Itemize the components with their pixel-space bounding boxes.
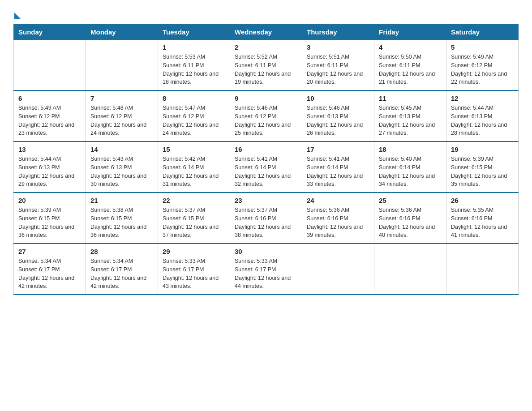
calendar-cell: 18Sunrise: 5:40 AMSunset: 6:14 PMDayligh…: [374, 141, 446, 193]
calendar-cell: 3Sunrise: 5:51 AMSunset: 6:11 PMDaylight…: [302, 40, 374, 91]
day-number: 4: [379, 43, 442, 51]
day-info: Sunrise: 5:34 AMSunset: 6:17 PMDaylight:…: [18, 257, 81, 291]
calendar-cell: 7Sunrise: 5:48 AMSunset: 6:12 PMDaylight…: [86, 90, 158, 141]
day-info: Sunrise: 5:52 AMSunset: 6:11 PMDaylight:…: [235, 53, 297, 86]
logo: [13, 9, 21, 16]
day-number: 1: [163, 43, 225, 51]
day-number: 13: [18, 146, 81, 153]
day-number: 10: [307, 94, 369, 102]
day-number: 24: [307, 197, 369, 204]
calendar-cell: 1Sunrise: 5:53 AMSunset: 6:11 PMDaylight…: [158, 40, 230, 91]
day-info: Sunrise: 5:35 AMSunset: 6:16 PMDaylight:…: [451, 206, 514, 240]
day-info: Sunrise: 5:49 AMSunset: 6:12 PMDaylight:…: [451, 53, 514, 86]
calendar-cell: 17Sunrise: 5:41 AMSunset: 6:14 PMDayligh…: [302, 141, 374, 193]
calendar-cell: 9Sunrise: 5:46 AMSunset: 6:12 PMDaylight…: [230, 90, 302, 141]
day-info: Sunrise: 5:49 AMSunset: 6:12 PMDaylight:…: [18, 104, 81, 137]
day-info: Sunrise: 5:48 AMSunset: 6:12 PMDaylight:…: [90, 104, 153, 137]
calendar-week-row: 20Sunrise: 5:39 AMSunset: 6:15 PMDayligh…: [14, 193, 519, 244]
calendar-cell: 20Sunrise: 5:39 AMSunset: 6:15 PMDayligh…: [14, 193, 86, 244]
day-number: 23: [235, 197, 297, 204]
day-number: 28: [90, 248, 153, 255]
day-info: Sunrise: 5:36 AMSunset: 6:16 PMDaylight:…: [379, 206, 442, 240]
day-number: 3: [307, 43, 369, 51]
calendar-cell: 30Sunrise: 5:33 AMSunset: 6:17 PMDayligh…: [230, 244, 302, 295]
calendar-cell: 15Sunrise: 5:42 AMSunset: 6:14 PMDayligh…: [158, 141, 230, 193]
day-info: Sunrise: 5:46 AMSunset: 6:13 PMDaylight:…: [307, 104, 369, 137]
day-info: Sunrise: 5:44 AMSunset: 6:13 PMDaylight:…: [451, 104, 514, 137]
column-header-sunday: Sunday: [14, 25, 86, 40]
calendar-week-row: 1Sunrise: 5:53 AMSunset: 6:11 PMDaylight…: [14, 40, 519, 91]
calendar-cell: 11Sunrise: 5:45 AMSunset: 6:13 PMDayligh…: [374, 90, 446, 141]
calendar-week-row: 27Sunrise: 5:34 AMSunset: 6:17 PMDayligh…: [14, 244, 519, 295]
calendar-cell: 21Sunrise: 5:38 AMSunset: 6:15 PMDayligh…: [86, 193, 158, 244]
day-info: Sunrise: 5:47 AMSunset: 6:12 PMDaylight:…: [163, 104, 225, 137]
calendar-cell: 16Sunrise: 5:41 AMSunset: 6:14 PMDayligh…: [230, 141, 302, 193]
day-number: 20: [18, 197, 81, 204]
day-info: Sunrise: 5:39 AMSunset: 6:15 PMDaylight:…: [18, 206, 81, 240]
day-info: Sunrise: 5:37 AMSunset: 6:15 PMDaylight:…: [163, 206, 225, 240]
day-info: Sunrise: 5:33 AMSunset: 6:17 PMDaylight:…: [235, 257, 297, 291]
day-number: 18: [379, 146, 442, 153]
column-header-wednesday: Wednesday: [230, 25, 302, 40]
day-info: Sunrise: 5:42 AMSunset: 6:14 PMDaylight:…: [163, 155, 225, 188]
day-number: 17: [307, 146, 369, 153]
calendar-cell: 8Sunrise: 5:47 AMSunset: 6:12 PMDaylight…: [158, 90, 230, 141]
calendar-cell: [446, 244, 519, 295]
calendar-cell: 26Sunrise: 5:35 AMSunset: 6:16 PMDayligh…: [446, 193, 519, 244]
calendar-cell: 27Sunrise: 5:34 AMSunset: 6:17 PMDayligh…: [14, 244, 86, 295]
day-info: Sunrise: 5:41 AMSunset: 6:14 PMDaylight:…: [235, 155, 297, 188]
day-info: Sunrise: 5:38 AMSunset: 6:15 PMDaylight:…: [90, 206, 153, 240]
logo-triangle-icon: [14, 13, 21, 19]
day-info: Sunrise: 5:51 AMSunset: 6:11 PMDaylight:…: [307, 53, 369, 86]
day-number: 29: [163, 248, 225, 255]
calendar-cell: 4Sunrise: 5:50 AMSunset: 6:11 PMDaylight…: [374, 40, 446, 91]
page-header: [13, 9, 519, 16]
column-header-thursday: Thursday: [302, 25, 374, 40]
calendar-cell: 10Sunrise: 5:46 AMSunset: 6:13 PMDayligh…: [302, 90, 374, 141]
day-info: Sunrise: 5:36 AMSunset: 6:16 PMDaylight:…: [307, 206, 369, 240]
calendar-cell: 25Sunrise: 5:36 AMSunset: 6:16 PMDayligh…: [374, 193, 446, 244]
day-number: 12: [451, 94, 514, 102]
calendar-cell: 5Sunrise: 5:49 AMSunset: 6:12 PMDaylight…: [446, 40, 519, 91]
day-info: Sunrise: 5:46 AMSunset: 6:12 PMDaylight:…: [235, 104, 297, 137]
calendar-cell: [374, 244, 446, 295]
calendar-cell: 2Sunrise: 5:52 AMSunset: 6:11 PMDaylight…: [230, 40, 302, 91]
day-info: Sunrise: 5:33 AMSunset: 6:17 PMDaylight:…: [163, 257, 225, 291]
day-number: 26: [451, 197, 514, 204]
day-info: Sunrise: 5:41 AMSunset: 6:14 PMDaylight:…: [307, 155, 369, 188]
day-number: 16: [235, 146, 297, 153]
calendar-cell: [302, 244, 374, 295]
day-number: 15: [163, 146, 225, 153]
day-info: Sunrise: 5:53 AMSunset: 6:11 PMDaylight:…: [163, 53, 225, 86]
calendar-cell: 6Sunrise: 5:49 AMSunset: 6:12 PMDaylight…: [14, 90, 86, 141]
column-header-tuesday: Tuesday: [158, 25, 230, 40]
day-number: 22: [163, 197, 225, 204]
calendar-cell: [14, 40, 86, 91]
calendar-cell: 22Sunrise: 5:37 AMSunset: 6:15 PMDayligh…: [158, 193, 230, 244]
day-number: 25: [379, 197, 442, 204]
calendar-cell: 13Sunrise: 5:44 AMSunset: 6:13 PMDayligh…: [14, 141, 86, 193]
calendar-cell: 24Sunrise: 5:36 AMSunset: 6:16 PMDayligh…: [302, 193, 374, 244]
column-header-monday: Monday: [86, 25, 158, 40]
calendar-cell: [86, 40, 158, 91]
calendar-header-row: SundayMondayTuesdayWednesdayThursdayFrid…: [14, 25, 519, 40]
day-number: 21: [90, 197, 153, 204]
day-info: Sunrise: 5:44 AMSunset: 6:13 PMDaylight:…: [18, 155, 81, 188]
day-info: Sunrise: 5:45 AMSunset: 6:13 PMDaylight:…: [379, 104, 442, 137]
day-number: 30: [235, 248, 297, 255]
calendar-week-row: 13Sunrise: 5:44 AMSunset: 6:13 PMDayligh…: [14, 141, 519, 193]
day-info: Sunrise: 5:39 AMSunset: 6:15 PMDaylight:…: [451, 155, 514, 188]
day-number: 27: [18, 248, 81, 255]
day-info: Sunrise: 5:34 AMSunset: 6:17 PMDaylight:…: [90, 257, 153, 291]
day-number: 11: [379, 94, 442, 102]
calendar-cell: 23Sunrise: 5:37 AMSunset: 6:16 PMDayligh…: [230, 193, 302, 244]
calendar-cell: 28Sunrise: 5:34 AMSunset: 6:17 PMDayligh…: [86, 244, 158, 295]
calendar-cell: 12Sunrise: 5:44 AMSunset: 6:13 PMDayligh…: [446, 90, 519, 141]
column-header-friday: Friday: [374, 25, 446, 40]
day-number: 8: [163, 94, 225, 102]
day-info: Sunrise: 5:43 AMSunset: 6:13 PMDaylight:…: [90, 155, 153, 188]
day-number: 9: [235, 94, 297, 102]
day-info: Sunrise: 5:50 AMSunset: 6:11 PMDaylight:…: [379, 53, 442, 86]
day-number: 2: [235, 43, 297, 51]
day-info: Sunrise: 5:40 AMSunset: 6:14 PMDaylight:…: [379, 155, 442, 188]
